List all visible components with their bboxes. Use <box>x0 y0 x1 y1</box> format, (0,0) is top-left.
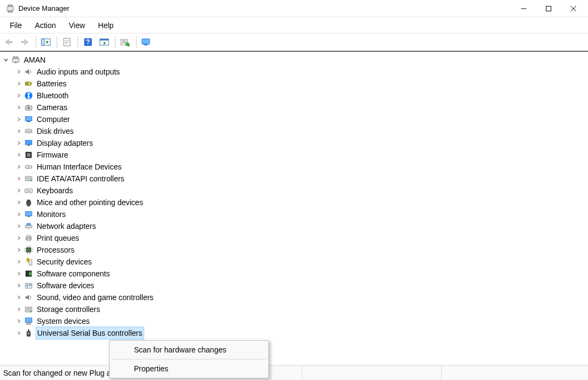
tree-node-system-devices[interactable]: System devices <box>0 315 588 327</box>
chevron-right-icon[interactable] <box>15 327 23 339</box>
tree-node-processors[interactable]: Processors <box>0 244 588 256</box>
chevron-right-icon[interactable] <box>15 66 23 78</box>
scan-hardware-button[interactable] <box>118 35 133 50</box>
bluetooth-icon <box>24 91 33 100</box>
security-icon <box>24 257 33 267</box>
menu-view[interactable]: View <box>62 19 91 32</box>
action-button[interactable] <box>97 35 112 50</box>
chevron-right-icon[interactable] <box>15 196 23 208</box>
svg-rect-97 <box>28 329 29 331</box>
tree-node-label: Mice and other pointing devices <box>36 196 144 208</box>
tree-node-software-components[interactable]: Software components <box>0 268 588 280</box>
svg-rect-26 <box>122 40 126 42</box>
tree-root-node[interactable]: AMAN <box>0 54 588 66</box>
back-button[interactable] <box>1 35 16 50</box>
devices-button[interactable] <box>139 35 154 50</box>
svg-rect-55 <box>26 178 31 178</box>
chevron-right-icon[interactable] <box>15 173 23 185</box>
menubar: File Action View Help <box>0 17 588 33</box>
menu-help[interactable]: Help <box>92 19 120 32</box>
svg-rect-44 <box>25 117 32 121</box>
tree-node-bluetooth[interactable]: Bluetooth <box>0 90 588 101</box>
svg-rect-6 <box>546 6 551 11</box>
tree-node-ide-ata-atapi-controllers[interactable]: IDE ATA/ATAPI controllers <box>0 173 588 185</box>
tree-node-human-interface-devices[interactable]: Human Interface Devices <box>0 161 588 173</box>
show-hide-tree-button[interactable] <box>38 35 53 50</box>
minimize-button[interactable] <box>511 0 536 17</box>
tree-node-label: Print queues <box>36 232 80 244</box>
properties-button[interactable] <box>59 35 75 50</box>
tree-node-sound-video-and-game-controllers[interactable]: Sound, video and game controllers <box>0 291 588 303</box>
tree-node-software-devices[interactable]: Software devices <box>0 280 588 291</box>
svg-marker-9 <box>5 39 9 45</box>
chevron-right-icon[interactable] <box>15 303 23 315</box>
chevron-right-icon[interactable] <box>15 256 23 268</box>
chevron-right-icon[interactable] <box>15 208 23 220</box>
tree-node-storage-controllers[interactable]: Storage controllers <box>0 303 588 315</box>
tree-node-universal-serial-bus-controllers[interactable]: Universal Serial Bus controllers <box>0 327 588 339</box>
chevron-right-icon[interactable] <box>15 291 23 303</box>
monitor-icon <box>24 209 33 219</box>
maximize-button[interactable] <box>536 0 561 17</box>
chevron-right-icon[interactable] <box>15 90 23 101</box>
chevron-right-icon[interactable] <box>15 78 23 90</box>
chevron-right-icon[interactable] <box>15 125 23 137</box>
tree-node-monitors[interactable]: Monitors <box>0 208 588 220</box>
device-tree[interactable]: AMANAudio inputs and outputsBatteriesBlu… <box>0 52 588 364</box>
close-button[interactable] <box>561 0 586 17</box>
chevron-right-icon[interactable] <box>15 220 23 232</box>
svg-rect-32 <box>12 58 19 62</box>
svg-rect-27 <box>122 42 126 43</box>
svg-rect-65 <box>25 212 32 216</box>
help-button[interactable]: ? <box>80 35 96 50</box>
svg-rect-88 <box>26 284 28 287</box>
menu-file[interactable]: File <box>3 19 29 32</box>
tree-node-computer[interactable]: Computer <box>0 113 588 125</box>
tree-node-label: IDE ATA/ATAPI controllers <box>36 173 125 185</box>
tree-node-disk-drives[interactable]: Disk drives <box>0 125 588 137</box>
context-menu: Scan for hardware changes Properties <box>109 340 269 378</box>
svg-rect-34 <box>16 57 18 58</box>
forward-button[interactable] <box>17 35 32 50</box>
chevron-right-icon[interactable] <box>15 161 23 173</box>
hid-icon <box>24 162 33 172</box>
tree-node-mice-and-other-pointing-devices[interactable]: Mice and other pointing devices <box>0 196 588 208</box>
svg-rect-4 <box>11 11 12 12</box>
window-title: Device Manager <box>18 4 70 12</box>
chevron-right-icon[interactable] <box>15 280 23 291</box>
chevron-right-icon[interactable] <box>15 137 23 149</box>
sound-icon <box>24 293 33 302</box>
tree-node-batteries[interactable]: Batteries <box>0 78 588 90</box>
toolbar-separator <box>36 36 36 48</box>
chevron-right-icon[interactable] <box>15 268 23 280</box>
svg-rect-31 <box>144 44 147 45</box>
tree-node-audio-inputs-and-outputs[interactable]: Audio inputs and outputs <box>0 66 588 78</box>
tree-node-display-adapters[interactable]: Display adapters <box>0 137 588 149</box>
context-properties[interactable]: Properties <box>111 361 267 376</box>
chevron-right-icon[interactable] <box>15 232 23 244</box>
svg-point-57 <box>30 180 32 181</box>
svg-rect-84 <box>29 260 32 265</box>
chevron-right-icon[interactable] <box>15 113 23 125</box>
chevron-right-icon[interactable] <box>15 244 23 256</box>
tree-node-network-adapters[interactable]: Network adapters <box>0 220 588 232</box>
chevron-right-icon[interactable] <box>15 315 23 327</box>
chevron-right-icon[interactable] <box>15 149 23 161</box>
tree-node-security-devices[interactable]: Security devices <box>0 256 588 268</box>
menu-action[interactable]: Action <box>29 19 63 32</box>
tree-node-label: Batteries <box>36 78 67 90</box>
chevron-right-icon[interactable] <box>15 185 23 196</box>
context-scan-for-hardware-changes[interactable]: Scan for hardware changes <box>111 342 267 357</box>
tree-node-label: Display adapters <box>36 137 94 149</box>
tree-node-label: System devices <box>36 315 91 327</box>
tree-node-firmware[interactable]: Firmware <box>0 149 588 161</box>
chevron-down-icon[interactable] <box>2 54 10 66</box>
svg-rect-2 <box>11 5 12 6</box>
tree-node-keyboards[interactable]: Keyboards <box>0 185 588 196</box>
tree-node-print-queues[interactable]: Print queues <box>0 232 588 244</box>
ide-icon <box>24 174 33 184</box>
tree-node-cameras[interactable]: Cameras <box>0 101 588 113</box>
chevron-right-icon[interactable] <box>15 101 23 113</box>
svg-rect-60 <box>28 190 29 191</box>
toolbar-separator <box>78 36 78 48</box>
